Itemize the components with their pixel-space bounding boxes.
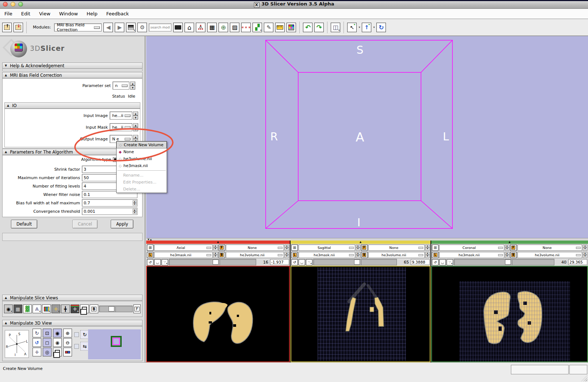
coronal-slice-offset-input[interactable] (568, 259, 587, 265)
label-outline-icon[interactable]: ▾ (42, 305, 51, 313)
slice-visibility-icon[interactable]: ◉▾ (4, 305, 13, 313)
module-back-button[interactable]: ◀ (103, 23, 113, 32)
orbit-icon[interactable]: ↺ (33, 338, 41, 347)
bias-fwhm-input[interactable] (82, 199, 137, 207)
axial-color-bar[interactable]: ▲ (146, 241, 290, 244)
coronal-slice-slider[interactable] (454, 259, 554, 265)
editor-module-button[interactable]: ▞▾ (253, 23, 262, 32)
home-module-button[interactable]: ⌂ (185, 23, 194, 32)
ruler-module-button[interactable] (275, 23, 285, 32)
layout-button[interactable]: ◫▾ (331, 23, 340, 32)
module-settings-button[interactable]: ⚙ (137, 23, 147, 32)
module-history-button[interactable]: ▾ (126, 23, 136, 32)
input-mask-combobox[interactable]: he...ii (110, 123, 132, 131)
annotation-visibility-icon[interactable]: A▾ (33, 305, 41, 313)
cancel-button[interactable]: Cancel (72, 220, 98, 228)
module-forward-button[interactable]: ▶ (115, 23, 124, 32)
fit-slices-icon[interactable]: F (133, 305, 141, 313)
camera-icon[interactable]: ◉ (53, 338, 62, 347)
slice-options-icon[interactable]: ∵▾ (162, 259, 168, 265)
menu-item-edit-properties[interactable]: Edit Properties... (117, 179, 167, 186)
section-io[interactable]: ▲ IO (4, 102, 140, 109)
spin-checkbox[interactable] (74, 332, 79, 337)
center-view-icon[interactable]: ⊡ (43, 329, 52, 337)
coronal-color-bar[interactable]: ▲ (431, 241, 588, 244)
mouse-pick-dropdown[interactable]: ▾ (359, 26, 360, 29)
coronal-orientation-combobox[interactable]: Coronal (439, 245, 504, 251)
compare-view-b-icon[interactable]: B (90, 305, 98, 313)
sagittal-slice-offset-input[interactable] (411, 259, 430, 265)
menu-view[interactable]: View (39, 11, 50, 16)
rotate-view-icon[interactable]: ↻ (33, 329, 41, 337)
label-layer-icon[interactable]: L (432, 252, 439, 258)
mouse-pick-button[interactable]: ↖✶ (347, 23, 357, 32)
sagittal-label-combobox[interactable]: he3mask.nii (299, 252, 355, 258)
background-layer-icon[interactable]: B (510, 252, 517, 258)
foreground-layer-icon[interactable]: F (510, 245, 517, 251)
menu-item-rename[interactable]: Rename... (117, 172, 167, 179)
input-mask-spinner[interactable]: ▲▼ (133, 123, 138, 131)
axial-label-spinner[interactable]: ▲▼ (213, 252, 218, 258)
menu-edit[interactable]: Edit (21, 11, 30, 16)
sagittal-orientation-spinner[interactable]: ▲▼ (356, 245, 360, 251)
axial-label-combobox[interactable]: he3mask.nii (154, 252, 213, 258)
sagittal-slice-slider[interactable] (313, 259, 397, 265)
colors-module-button[interactable] (287, 23, 296, 32)
slice-opacity-slider[interactable] (99, 306, 133, 312)
axial-foreground-spinner[interactable]: ▲▼ (285, 245, 289, 251)
coronal-label-spinner[interactable]: ▲▼ (505, 252, 509, 258)
section-manipulate-3d-view[interactable]: ▲ Manipulate 3D View (2, 320, 143, 326)
slice-area-splitter[interactable]: ▼ ▲ (146, 238, 588, 241)
menu-item-delete[interactable]: Delete... (117, 186, 167, 193)
view3d-navigation-preview[interactable] (88, 329, 141, 359)
slice-options-icon[interactable]: ∵▾ (306, 259, 312, 265)
zoom-in-icon[interactable]: ⊕ (63, 329, 72, 337)
stereo-glasses-icon[interactable] (63, 348, 72, 356)
redo-button[interactable]: ↷ (314, 23, 324, 32)
sagittal-slice-view[interactable] (291, 266, 430, 362)
find-module-button[interactable] (173, 23, 183, 32)
axial-slice-slider[interactable] (169, 259, 256, 265)
slice-plane-icon[interactable]: ⊞ (291, 245, 298, 251)
snapshot-stack-icon[interactable] (53, 348, 62, 356)
screenshot-icon[interactable]: ◉ (53, 329, 62, 337)
rock-checkbox[interactable] (74, 344, 79, 349)
menu-item-create-new-volume[interactable]: ◇ Create New Volume (117, 141, 167, 148)
crosshair-icon[interactable]: ✛▾ (52, 305, 60, 313)
label-layer-icon[interactable]: L (147, 252, 153, 258)
volumes-module-button[interactable]: ⊕ (219, 23, 228, 32)
bias-fwhm-spinner[interactable]: ▲▼ (133, 200, 137, 205)
link-slices-icon[interactable]: ↺ (291, 259, 298, 265)
sagittal-foreground-spinner[interactable]: ▲▼ (425, 245, 430, 251)
default-button[interactable]: Default (11, 220, 37, 228)
slice-options-icon[interactable]: ∵▾ (447, 259, 453, 265)
save-scene-button[interactable]: ↓ (14, 23, 23, 32)
sagittal-foreground-combobox[interactable]: None (368, 245, 425, 251)
parameter-set-combobox[interactable]: n (113, 82, 129, 90)
threed-view[interactable]: S R A L I (146, 36, 588, 238)
axial-slice-view[interactable] (146, 266, 290, 362)
background-layer-icon[interactable]: B (361, 252, 368, 258)
coronal-orientation-spinner[interactable]: ▲▼ (505, 245, 509, 251)
convergence-spinner[interactable]: ▲▼ (133, 209, 137, 214)
grid-crosshair-icon[interactable]: ╋ (61, 305, 70, 313)
search-modules-input[interactable] (149, 23, 171, 31)
resize-grip[interactable] (581, 375, 587, 381)
orientation-axis-widget[interactable]: P S L R A I (5, 330, 29, 358)
undo-button[interactable]: ↶ (303, 23, 312, 32)
foreground-layer-icon[interactable]: F (219, 245, 225, 251)
load-scene-button[interactable]: ↑ (2, 23, 12, 32)
link-slices-icon[interactable]: ↺ (432, 259, 439, 265)
zoom-out-icon[interactable]: ⊖ (63, 338, 72, 347)
modules-combobox[interactable]: MRI Bias Field Correction (54, 23, 102, 31)
section-help-acknowledgement[interactable]: ▼ Help & Acknowledgement (2, 63, 143, 69)
axial-orientation-spinner[interactable]: ▲▼ (213, 245, 218, 251)
coronal-foreground-spinner[interactable]: ▲▼ (583, 245, 587, 251)
sagittal-orientation-combobox[interactable]: Sagittal (299, 245, 355, 251)
mouse-place-dropdown[interactable]: ▾ (373, 26, 375, 29)
module-hierarchy-button[interactable] (196, 23, 205, 32)
sagittal-background-combobox[interactable]: he3volume.nii (368, 252, 425, 258)
parameter-set-spinner[interactable]: ▲▼ (130, 82, 135, 90)
models-module-button[interactable]: ▨ (230, 23, 239, 32)
menu-file[interactable]: File (4, 11, 12, 16)
